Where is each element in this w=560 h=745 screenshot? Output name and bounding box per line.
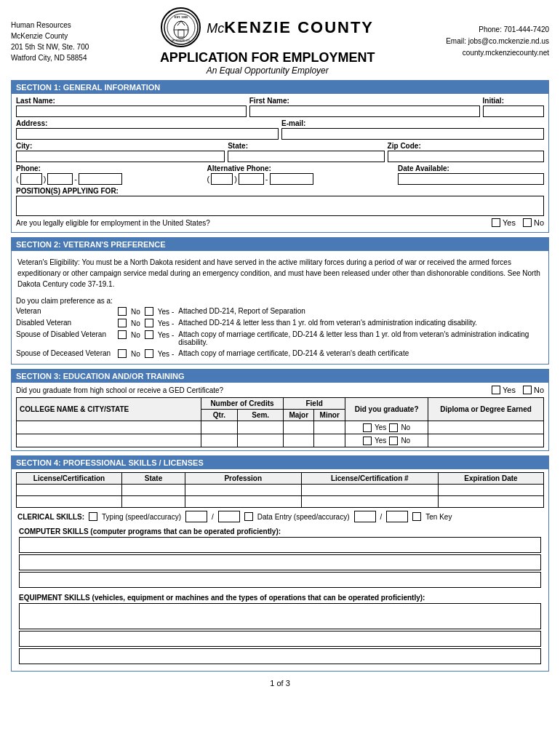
prof-1[interactable] bbox=[185, 485, 302, 496]
ten-key-checkbox[interactable] bbox=[412, 512, 421, 521]
state-label: State: bbox=[228, 142, 384, 150]
data-entry-accuracy-input[interactable] bbox=[386, 511, 408, 522]
alt-phone-prefix[interactable] bbox=[239, 173, 264, 185]
edu-college-1[interactable] bbox=[17, 421, 201, 434]
phone-prefix[interactable] bbox=[47, 173, 73, 185]
veteran-row-4: Spouse of Deceased Veteran No Yes - Atta… bbox=[16, 349, 544, 358]
qtr-header: Qtr. bbox=[201, 410, 237, 421]
equipment-skills-input-2[interactable] bbox=[19, 631, 541, 647]
veteran-yes-checkbox[interactable] bbox=[145, 307, 153, 316]
edu-minor-2[interactable] bbox=[314, 434, 345, 447]
lic-num-2[interactable] bbox=[301, 496, 439, 508]
typing-accuracy-input[interactable] bbox=[218, 511, 240, 522]
computer-skills-area: COMPUTER SKILLS (computer programs that … bbox=[16, 525, 544, 591]
disabled-vet-yes-checkbox[interactable] bbox=[145, 319, 153, 327]
eligibility-row: Are you legally eligible for employment … bbox=[16, 218, 544, 227]
edu-sem-2[interactable] bbox=[238, 434, 284, 447]
position-label: POSITION(S) APPLYING FOR: bbox=[16, 187, 544, 195]
position-input[interactable] bbox=[16, 196, 544, 216]
edu-major-2[interactable] bbox=[284, 434, 314, 447]
spouse-disabled-no-checkbox[interactable] bbox=[118, 330, 127, 339]
position-row: POSITION(S) APPLYING FOR: bbox=[16, 187, 544, 216]
last-name-input[interactable] bbox=[16, 105, 247, 117]
exp-1[interactable] bbox=[439, 485, 544, 496]
alt-phone-number[interactable] bbox=[270, 173, 313, 185]
grad-yes-2[interactable] bbox=[363, 437, 372, 445]
first-name-input[interactable] bbox=[249, 105, 480, 117]
prof-2[interactable] bbox=[185, 496, 302, 508]
profession-header: Profession bbox=[185, 473, 302, 485]
state-input[interactable] bbox=[228, 151, 384, 162]
edu-sem-1[interactable] bbox=[238, 421, 284, 434]
svg-text:MCKENZIE CO.: MCKENZIE CO. bbox=[172, 39, 190, 42]
date-available-input[interactable] bbox=[398, 173, 544, 185]
city-input[interactable] bbox=[16, 151, 225, 162]
city-label: City: bbox=[16, 142, 225, 150]
spouse-disabled-yes-checkbox[interactable] bbox=[145, 330, 153, 339]
edu-row-1: Yes No bbox=[17, 421, 544, 434]
data-entry-checkbox[interactable] bbox=[244, 512, 253, 521]
city-group: City: bbox=[16, 142, 225, 162]
section2-header: SECTION 2: VETERAN'S PREFERENCE bbox=[12, 238, 548, 251]
ten-key-label: Ten Key bbox=[425, 513, 452, 521]
equipment-skills-input-1[interactable] bbox=[19, 603, 541, 629]
lic-1[interactable] bbox=[17, 485, 122, 496]
edu-qtr-2[interactable] bbox=[201, 434, 237, 447]
alt-phone-area[interactable] bbox=[211, 173, 233, 185]
computer-skills-input-2[interactable] bbox=[19, 554, 541, 570]
college-header: COLLEGE NAME & CITY/STATE bbox=[17, 398, 201, 421]
lic-2[interactable] bbox=[17, 496, 122, 508]
exp-2[interactable] bbox=[439, 496, 544, 508]
veteran-label-2: Disabled Veteran bbox=[16, 319, 118, 327]
state-2[interactable] bbox=[122, 496, 185, 508]
edu-college-2[interactable] bbox=[17, 434, 201, 447]
lic-num-1[interactable] bbox=[301, 485, 439, 496]
edu-major-1[interactable] bbox=[284, 421, 314, 434]
yes-label: Yes bbox=[503, 218, 516, 227]
grad-yes-1[interactable] bbox=[363, 423, 372, 432]
phone-number[interactable] bbox=[79, 173, 122, 185]
phone-row: Phone: ( ) - Alternative Phone: ( ) bbox=[16, 164, 544, 185]
edu-row-2: Yes No bbox=[17, 434, 544, 447]
disabled-vet-no-checkbox[interactable] bbox=[118, 319, 127, 327]
edu-diploma-1[interactable] bbox=[428, 421, 544, 434]
veteran-checks-4: No Yes - bbox=[118, 349, 174, 358]
spouse-deceased-no-checkbox[interactable] bbox=[118, 349, 127, 358]
phone-area[interactable] bbox=[20, 173, 42, 185]
edu-minor-1[interactable] bbox=[314, 421, 345, 434]
edu-qtr-1[interactable] bbox=[201, 421, 237, 434]
computer-skills-input-1[interactable] bbox=[19, 537, 541, 553]
grad-no-2[interactable] bbox=[389, 437, 398, 445]
yes-checkbox[interactable] bbox=[492, 218, 500, 227]
email-input[interactable] bbox=[281, 128, 544, 140]
address-input[interactable] bbox=[16, 128, 279, 140]
ged-yes-checkbox[interactable] bbox=[492, 386, 500, 394]
section4: SECTION 4: PROFESSIONAL SKILLS / LICENSE… bbox=[11, 455, 549, 672]
field-header: Field bbox=[284, 398, 345, 410]
header-center: EST. 1905 MCKENZIE CO. McKENZIE COUNTY A… bbox=[89, 7, 446, 76]
phone-paren-open: ( bbox=[16, 175, 19, 183]
no-checkbox[interactable] bbox=[523, 218, 532, 227]
grad-no-1[interactable] bbox=[389, 423, 398, 432]
clerical-label: CLERICAL SKILLS: bbox=[17, 513, 84, 521]
computer-skills-input-3[interactable] bbox=[19, 572, 541, 588]
yes-checkbox-group: Yes bbox=[492, 218, 516, 227]
equipment-skills-input-3[interactable] bbox=[19, 648, 541, 664]
data-entry-speed-input[interactable] bbox=[354, 511, 376, 522]
typing-speed-input[interactable] bbox=[185, 511, 207, 522]
initial-input[interactable] bbox=[483, 105, 544, 117]
skills-table: License/Certification State Profession L… bbox=[16, 472, 544, 508]
spouse-deceased-yes-checkbox[interactable] bbox=[145, 349, 153, 358]
veteran-info-text: Veteran's Eligibility: You must be a Nor… bbox=[16, 254, 544, 292]
veteran-desc-3: Attach copy of marriage certificate, DD-… bbox=[178, 330, 544, 346]
phone-dash: - bbox=[74, 175, 77, 183]
veteran-no-checkbox[interactable] bbox=[118, 307, 127, 316]
typing-checkbox[interactable] bbox=[89, 512, 97, 521]
equipment-skills-area: EQUIPMENT SKILLS (vehicles, equipment or… bbox=[16, 591, 544, 668]
edu-diploma-2[interactable] bbox=[428, 434, 544, 447]
state-1[interactable] bbox=[122, 485, 185, 496]
claim-label: Do you claim preference as a: bbox=[16, 297, 544, 305]
section2: SECTION 2: VETERAN'S PREFERENCE Veteran'… bbox=[11, 237, 549, 364]
ged-no-checkbox[interactable] bbox=[523, 386, 532, 394]
zip-input[interactable] bbox=[388, 151, 544, 162]
